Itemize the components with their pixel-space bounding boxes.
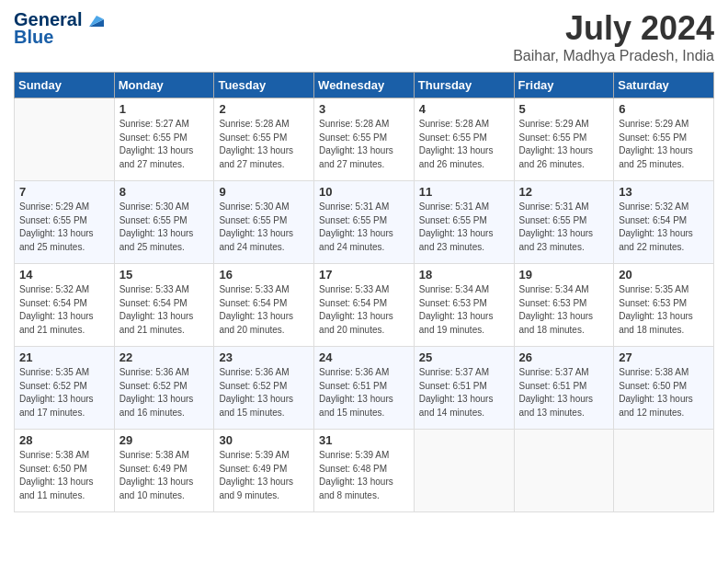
daylight-text: Daylight: 13 hours and 21 minutes. xyxy=(119,311,194,335)
day-info: Sunrise: 5:31 AM Sunset: 6:55 PM Dayligh… xyxy=(519,201,609,254)
sunrise-text: Sunrise: 5:38 AM xyxy=(119,450,189,460)
day-info: Sunrise: 5:33 AM Sunset: 6:54 PM Dayligh… xyxy=(219,283,309,337)
sunrise-text: Sunrise: 5:34 AM xyxy=(519,284,589,294)
sunset-text: Sunset: 6:51 PM xyxy=(419,381,487,391)
calendar-cell: 18 Sunrise: 5:34 AM Sunset: 6:53 PM Dayl… xyxy=(414,264,514,347)
sunrise-text: Sunrise: 5:34 AM xyxy=(419,284,489,294)
sunrise-text: Sunrise: 5:29 AM xyxy=(619,119,688,129)
daylight-text: Daylight: 13 hours and 9 minutes. xyxy=(219,477,293,500)
calendar-table: SundayMondayTuesdayWednesdayThursdayFrid… xyxy=(14,72,714,512)
calendar-cell: 6 Sunrise: 5:29 AM Sunset: 6:55 PM Dayli… xyxy=(614,98,714,181)
sunset-text: Sunset: 6:54 PM xyxy=(19,298,87,308)
day-info: Sunrise: 5:28 AM Sunset: 6:55 PM Dayligh… xyxy=(319,118,409,171)
day-info: Sunrise: 5:28 AM Sunset: 6:55 PM Dayligh… xyxy=(419,118,509,171)
daylight-text: Daylight: 13 hours and 11 minutes. xyxy=(19,477,94,500)
day-info: Sunrise: 5:29 AM Sunset: 6:55 PM Dayligh… xyxy=(19,201,109,254)
daylight-text: Daylight: 13 hours and 20 minutes. xyxy=(219,311,293,335)
day-number: 30 xyxy=(219,433,309,447)
daylight-text: Daylight: 13 hours and 25 minutes. xyxy=(619,145,693,169)
sunrise-text: Sunrise: 5:36 AM xyxy=(219,367,289,377)
day-number: 3 xyxy=(319,102,409,116)
calendar-cell: 28 Sunrise: 5:38 AM Sunset: 6:50 PM Dayl… xyxy=(15,430,115,512)
sunrise-text: Sunrise: 5:32 AM xyxy=(19,284,89,294)
logo-blue: Blue xyxy=(14,27,53,48)
sunrise-text: Sunrise: 5:28 AM xyxy=(219,119,289,129)
calendar-cell: 11 Sunrise: 5:31 AM Sunset: 6:55 PM Dayl… xyxy=(414,181,514,264)
weekday-header-wednesday: Wednesday xyxy=(314,73,415,98)
sunrise-text: Sunrise: 5:36 AM xyxy=(119,367,189,377)
day-info: Sunrise: 5:31 AM Sunset: 6:55 PM Dayligh… xyxy=(419,201,509,254)
sunrise-text: Sunrise: 5:39 AM xyxy=(319,450,389,460)
calendar-cell xyxy=(614,430,714,512)
calendar-cell: 24 Sunrise: 5:36 AM Sunset: 6:51 PM Dayl… xyxy=(314,347,415,430)
calendar-cell xyxy=(514,430,614,512)
day-info: Sunrise: 5:38 AM Sunset: 6:49 PM Dayligh… xyxy=(119,449,210,502)
calendar-cell: 12 Sunrise: 5:31 AM Sunset: 6:55 PM Dayl… xyxy=(514,181,614,264)
sunset-text: Sunset: 6:54 PM xyxy=(619,215,687,225)
daylight-text: Daylight: 13 hours and 10 minutes. xyxy=(119,477,194,500)
calendar-cell: 17 Sunrise: 5:33 AM Sunset: 6:54 PM Dayl… xyxy=(314,264,415,347)
calendar-cell: 1 Sunrise: 5:27 AM Sunset: 6:55 PM Dayli… xyxy=(114,98,214,181)
sunrise-text: Sunrise: 5:27 AM xyxy=(119,119,189,129)
day-info: Sunrise: 5:32 AM Sunset: 6:54 PM Dayligh… xyxy=(19,283,109,337)
day-info: Sunrise: 5:38 AM Sunset: 6:50 PM Dayligh… xyxy=(19,449,109,502)
calendar-cell xyxy=(414,430,514,512)
day-info: Sunrise: 5:34 AM Sunset: 6:53 PM Dayligh… xyxy=(419,283,509,337)
sunrise-text: Sunrise: 5:37 AM xyxy=(519,367,589,377)
day-number: 28 xyxy=(19,433,109,447)
sunset-text: Sunset: 6:54 PM xyxy=(319,298,387,308)
daylight-text: Daylight: 13 hours and 25 minutes. xyxy=(19,228,94,252)
weekday-header-thursday: Thursday xyxy=(414,73,514,98)
sunrise-text: Sunrise: 5:33 AM xyxy=(319,284,389,294)
day-info: Sunrise: 5:32 AM Sunset: 6:54 PM Dayligh… xyxy=(619,201,709,254)
day-info: Sunrise: 5:34 AM Sunset: 6:53 PM Dayligh… xyxy=(519,283,609,337)
daylight-text: Daylight: 13 hours and 16 minutes. xyxy=(119,394,194,418)
day-info: Sunrise: 5:30 AM Sunset: 6:55 PM Dayligh… xyxy=(119,201,210,254)
daylight-text: Daylight: 13 hours and 24 minutes. xyxy=(219,228,293,252)
calendar-cell: 25 Sunrise: 5:37 AM Sunset: 6:51 PM Dayl… xyxy=(414,347,514,430)
day-number: 4 xyxy=(419,102,509,116)
sunrise-text: Sunrise: 5:30 AM xyxy=(119,201,189,212)
sunrise-text: Sunrise: 5:38 AM xyxy=(619,367,688,377)
daylight-text: Daylight: 13 hours and 27 minutes. xyxy=(219,145,293,169)
day-number: 2 xyxy=(219,102,309,116)
sunset-text: Sunset: 6:54 PM xyxy=(219,298,287,308)
day-number: 19 xyxy=(519,268,609,282)
day-number: 14 xyxy=(19,268,109,282)
sunset-text: Sunset: 6:53 PM xyxy=(619,298,687,308)
calendar-cell: 23 Sunrise: 5:36 AM Sunset: 6:52 PM Dayl… xyxy=(214,347,314,430)
day-number: 18 xyxy=(419,268,509,282)
day-info: Sunrise: 5:37 AM Sunset: 6:51 PM Dayligh… xyxy=(519,366,609,419)
daylight-text: Daylight: 13 hours and 24 minutes. xyxy=(319,228,393,252)
sunrise-text: Sunrise: 5:28 AM xyxy=(419,119,489,129)
day-info: Sunrise: 5:33 AM Sunset: 6:54 PM Dayligh… xyxy=(319,283,409,337)
sunrise-text: Sunrise: 5:31 AM xyxy=(319,201,389,212)
calendar-week-1: 1 Sunrise: 5:27 AM Sunset: 6:55 PM Dayli… xyxy=(15,98,714,181)
sunrise-text: Sunrise: 5:29 AM xyxy=(19,201,89,212)
sunset-text: Sunset: 6:52 PM xyxy=(119,381,188,391)
sunrise-text: Sunrise: 5:31 AM xyxy=(519,201,589,212)
sunset-text: Sunset: 6:48 PM xyxy=(319,464,387,474)
calendar-cell: 21 Sunrise: 5:35 AM Sunset: 6:52 PM Dayl… xyxy=(15,347,115,430)
calendar-cell: 19 Sunrise: 5:34 AM Sunset: 6:53 PM Dayl… xyxy=(514,264,614,347)
day-number: 25 xyxy=(419,350,509,364)
weekday-header-friday: Friday xyxy=(514,73,614,98)
sunrise-text: Sunrise: 5:29 AM xyxy=(519,119,589,129)
daylight-text: Daylight: 13 hours and 27 minutes. xyxy=(119,145,194,169)
day-number: 12 xyxy=(519,185,609,199)
day-info: Sunrise: 5:30 AM Sunset: 6:55 PM Dayligh… xyxy=(219,201,309,254)
day-info: Sunrise: 5:36 AM Sunset: 6:52 PM Dayligh… xyxy=(119,366,210,419)
daylight-text: Daylight: 13 hours and 21 minutes. xyxy=(19,311,94,335)
logo: General Blue xyxy=(14,9,104,48)
sunset-text: Sunset: 6:55 PM xyxy=(219,132,287,143)
sunset-text: Sunset: 6:55 PM xyxy=(619,132,687,143)
sunset-text: Sunset: 6:52 PM xyxy=(19,381,87,391)
daylight-text: Daylight: 13 hours and 25 minutes. xyxy=(119,228,194,252)
sunrise-text: Sunrise: 5:31 AM xyxy=(419,201,489,212)
daylight-text: Daylight: 13 hours and 13 minutes. xyxy=(519,394,594,418)
calendar-cell: 30 Sunrise: 5:39 AM Sunset: 6:49 PM Dayl… xyxy=(214,430,314,512)
day-info: Sunrise: 5:36 AM Sunset: 6:52 PM Dayligh… xyxy=(219,366,309,419)
day-number: 17 xyxy=(319,268,409,282)
calendar-cell: 7 Sunrise: 5:29 AM Sunset: 6:55 PM Dayli… xyxy=(15,181,115,264)
day-info: Sunrise: 5:29 AM Sunset: 6:55 PM Dayligh… xyxy=(619,118,709,171)
